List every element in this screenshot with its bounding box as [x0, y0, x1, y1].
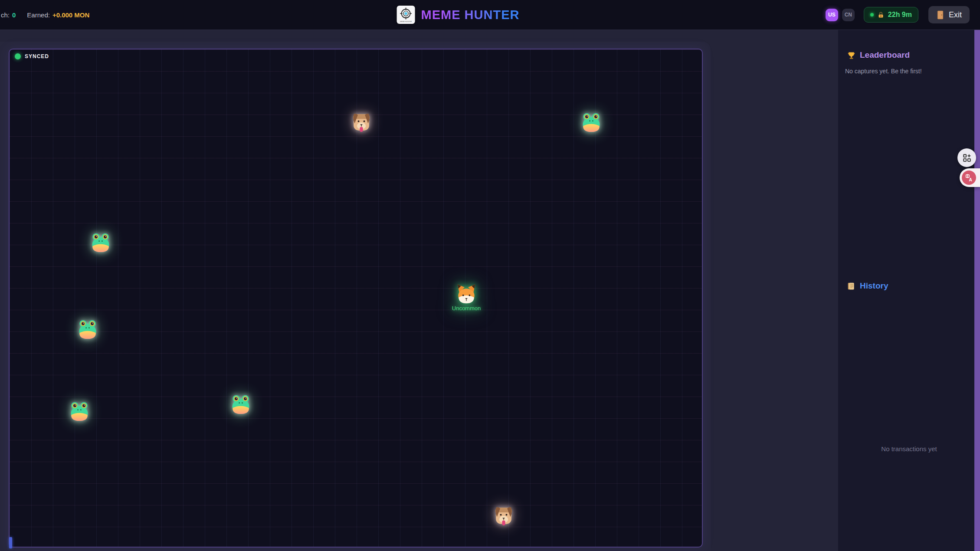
brand: MEME HUNTER MEME HUNTER [397, 6, 520, 24]
exit-label: Exit [949, 10, 962, 20]
rarity-label: Uncommon [452, 305, 481, 312]
exit-button[interactable]: Exit [928, 6, 970, 23]
history-empty-text: No transactions yet [838, 445, 980, 453]
sync-status: SYNCED [15, 53, 49, 59]
viewport-marker [9, 537, 12, 548]
earned-value: +0.000 MON [52, 11, 89, 19]
sprite-fox[interactable]: Uncommon [455, 283, 478, 306]
lock-icon [877, 11, 885, 19]
door-icon [936, 10, 944, 20]
timer-value: 22h 9m [888, 11, 912, 19]
sprite-frog[interactable] [68, 400, 91, 423]
extension-widget-button[interactable] [957, 148, 976, 167]
svg-text:MEME HUNTER: MEME HUNTER [400, 21, 412, 23]
leaderboard-header: Leaderboard [847, 50, 910, 60]
app-logo: MEME HUNTER [397, 6, 415, 24]
history-header: History [847, 281, 888, 291]
sprite-frog[interactable] [580, 111, 603, 134]
timer-status-dot [870, 13, 874, 16]
sprite-frog[interactable] [229, 393, 252, 416]
sprite-dog[interactable] [492, 505, 515, 527]
catch-value: 0 [12, 11, 16, 19]
earned-label: Earned: [27, 11, 50, 19]
lang-cn-button[interactable]: CN [842, 9, 855, 21]
translate-icon: A [962, 171, 976, 185]
sync-status-label: SYNCED [25, 53, 49, 59]
leaderboard-empty-text: No captures yet. Be the first! [845, 68, 922, 75]
sprite-frog[interactable] [76, 318, 99, 341]
sprite-dog[interactable] [350, 111, 373, 134]
leaderboard-title: Leaderboard [860, 50, 910, 60]
grid-plus-icon [962, 153, 972, 163]
crosshair-logo-icon: MEME HUNTER [398, 7, 414, 23]
trophy-icon [847, 51, 856, 60]
history-title: History [860, 281, 888, 291]
svg-text:A: A [969, 177, 972, 182]
scroll-icon [847, 282, 856, 291]
lang-us-button[interactable]: US [826, 9, 838, 21]
earned-stat: Earned:+0.000 MON [27, 11, 89, 19]
page-title: MEME HUNTER [421, 8, 520, 22]
catch-label: ch: [1, 11, 10, 19]
translate-widget-button[interactable]: A [960, 168, 980, 187]
page-scrollbar-thumb[interactable] [974, 3, 980, 551]
top-bar: ch:0 Earned:+0.000 MON MEME HUNTER MEME … [0, 0, 980, 30]
round-timer: 22h 9m [864, 7, 918, 23]
player-stats: ch:0 Earned:+0.000 MON [0, 11, 89, 19]
sprite-frog[interactable] [89, 231, 112, 254]
topbar-controls: US CN 22h 9m Exit [826, 6, 970, 23]
catch-stat: ch:0 [1, 11, 16, 19]
sync-status-dot [15, 53, 21, 59]
sidebar: Leaderboard No captures yet. Be the firs… [838, 30, 980, 551]
